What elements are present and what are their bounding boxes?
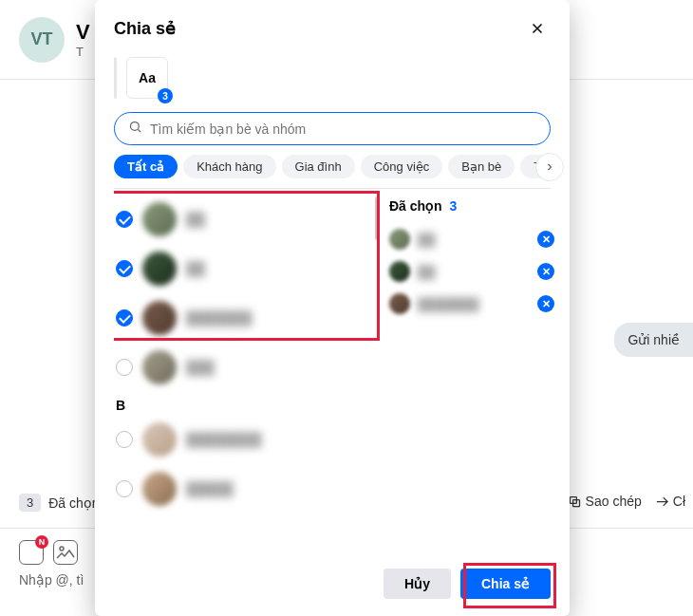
contact-name: ██: [186, 261, 205, 276]
selected-item: ██ ✕: [389, 223, 554, 255]
modal-footer: Hủy Chia sẻ: [95, 555, 570, 616]
letter-header: B: [114, 392, 380, 415]
share-button[interactable]: Chia sẻ: [460, 569, 551, 599]
contact-item[interactable]: █████: [114, 464, 380, 513]
modal-title: Chia sẻ: [114, 18, 176, 39]
selected-name: ██: [418, 265, 530, 279]
contact-name: ██: [186, 212, 205, 227]
contact-name: ████████: [186, 432, 261, 447]
remove-selected-button[interactable]: ✕: [537, 231, 554, 248]
checkbox[interactable]: [116, 480, 133, 497]
chevron-right-icon: [544, 161, 555, 173]
tab-friends[interactable]: Bạn bè: [448, 155, 515, 178]
selected-name: ██: [418, 233, 530, 247]
remove-selected-button[interactable]: ✕: [537, 263, 554, 280]
tab-work[interactable]: Công việc: [361, 155, 443, 178]
modal-header: Chia sẻ: [95, 0, 570, 51]
preview-card[interactable]: Aa 3: [126, 57, 168, 99]
search-input[interactable]: [150, 121, 536, 137]
contact-avatar: [142, 422, 177, 457]
contact-item[interactable]: ██: [114, 244, 380, 293]
share-arrow-icon: [655, 495, 669, 509]
tool-share[interactable]: Cł: [655, 494, 685, 509]
bg-selected-bar: 3 Đã chọn: [19, 494, 100, 512]
svg-point-3: [131, 122, 140, 131]
tool-copy[interactable]: Sao chép: [568, 494, 642, 509]
close-icon: [529, 20, 546, 37]
contact-list[interactable]: ██ ██ ███████ ███ B: [114, 189, 380, 555]
selected-header: Đã chọn 3: [389, 198, 554, 214]
image-icon[interactable]: [53, 540, 78, 565]
preview-bar: [114, 57, 117, 99]
sticker-icon[interactable]: [19, 540, 44, 565]
tab-all[interactable]: Tất cả: [114, 155, 178, 178]
contact-name: █████: [186, 481, 234, 496]
contact-name: ███: [186, 360, 215, 375]
tabs-scroll-right[interactable]: [535, 153, 564, 181]
bg-bubble[interactable]: Gửi nhiề: [614, 323, 693, 357]
contact-avatar: [142, 202, 177, 236]
checkbox[interactable]: [116, 260, 133, 277]
selected-name: ███████: [418, 297, 530, 311]
contact-avatar: [142, 350, 177, 384]
tab-family[interactable]: Gia đình: [282, 155, 355, 178]
selected-avatar: [389, 293, 410, 314]
selected-count: 3: [450, 198, 458, 214]
svg-point-2: [60, 547, 64, 551]
cancel-button[interactable]: Hủy: [384, 569, 451, 599]
contact-item[interactable]: ██: [114, 195, 380, 244]
checkbox[interactable]: [116, 359, 133, 376]
contact-avatar: [142, 472, 177, 506]
scrollbar[interactable]: [375, 196, 380, 240]
checkbox[interactable]: [116, 431, 133, 448]
search-icon: [128, 120, 142, 138]
search-field[interactable]: [114, 112, 551, 145]
preview-badge: 3: [158, 88, 173, 103]
share-modal: Chia sẻ Aa 3 Tất cả Khách hàng Gia đình …: [95, 0, 570, 616]
close-button[interactable]: [524, 15, 551, 42]
contact-name: ███████: [186, 310, 252, 326]
contact-item[interactable]: ████████: [114, 415, 380, 464]
contact-item[interactable]: ███: [114, 343, 380, 392]
bg-tools: Sao chép Cł: [568, 494, 685, 509]
contact-avatar: [142, 252, 177, 286]
bg-subtitle: T: [76, 45, 90, 59]
checkbox[interactable]: [116, 211, 133, 228]
contact-item[interactable]: ███████: [114, 293, 380, 343]
checkbox[interactable]: [116, 309, 133, 327]
selected-item: ██ ✕: [389, 255, 554, 288]
bg-title: V: [76, 20, 90, 45]
bg-selected-label: Đã chọn: [48, 495, 99, 511]
selected-avatar: [389, 229, 410, 250]
contact-avatar: [142, 301, 177, 335]
message-preview: Aa 3: [95, 51, 570, 112]
remove-selected-button[interactable]: ✕: [537, 295, 554, 312]
selected-item: ███████ ✕: [389, 288, 554, 320]
bg-selected-count: 3: [19, 494, 41, 512]
selected-avatar: [389, 261, 410, 282]
tab-customers[interactable]: Khách hàng: [183, 155, 275, 178]
selected-panel: Đã chọn 3 ██ ✕ ██ ✕ ███████ ✕: [380, 189, 570, 555]
modal-body: ██ ██ ███████ ███ B: [95, 189, 570, 555]
filter-tabs: Tất cả Khách hàng Gia đình Công việc Bạn…: [95, 155, 570, 188]
avatar[interactable]: VT: [19, 17, 65, 63]
